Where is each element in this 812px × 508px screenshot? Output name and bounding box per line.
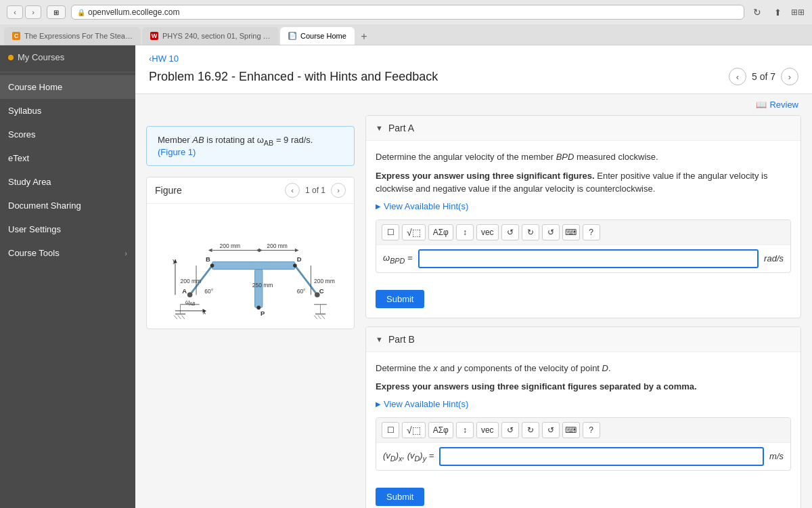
svg-line-3: [174, 315, 177, 319]
svg-line-5: [181, 315, 185, 319]
hw-back-link[interactable]: ‹HW 10: [149, 54, 798, 64]
svg-text:200 mm: 200 mm: [267, 242, 288, 249]
toolbar-redo-button[interactable]: ↻: [522, 224, 539, 240]
tab-coursehome[interactable]: 📄 Course Home: [280, 27, 355, 45]
tab-coursehome-label: Course Home: [300, 32, 346, 40]
part-a-body: Determine the angular velocity of the me…: [366, 141, 800, 318]
sidebar-item-course-tools-label: Course Tools: [8, 248, 60, 258]
main-layout: My Courses Course Home Syllabus Scores e…: [0, 45, 812, 508]
toolbar-b-refresh-button[interactable]: ↺: [542, 422, 560, 438]
svg-text:AB: AB: [189, 301, 196, 306]
part-b-submit-button[interactable]: Submit: [376, 488, 424, 506]
url-text: openvellum.ecollege.com: [88, 7, 179, 17]
figure-next-button[interactable]: ›: [331, 183, 346, 198]
sidebar-item-scores-label: Scores: [8, 129, 35, 140]
part-b-answer-label: (vD)x, (vD)y =: [383, 450, 434, 463]
toolbar-b-checkbox-icon[interactable]: ☐: [382, 422, 399, 438]
part-a-hint-link[interactable]: ▶ View Available Hint(s): [376, 201, 791, 211]
sidebar-item-study-area[interactable]: Study Area: [0, 170, 135, 194]
address-bar[interactable]: 🔒 openvellum.ecollege.com: [71, 5, 744, 20]
sidebar-item-user-settings-label: User Settings: [8, 224, 61, 234]
part-b-answer-input[interactable]: [439, 447, 764, 466]
sidebar-item-course-home[interactable]: Course Home: [0, 75, 135, 99]
toolbar-b-asigma-button[interactable]: AΣφ: [428, 422, 453, 438]
review-link[interactable]: 📖 Review: [756, 100, 798, 110]
problem-title: Problem 16.92 - Enhanced - with Hints an…: [149, 70, 438, 84]
back-button[interactable]: ‹: [7, 5, 23, 19]
part-b-answer-box: ☐ √⬚ AΣφ ↕ vec ↺ ↻ ↺ ⌨ ?: [376, 417, 791, 471]
figure-prev-button[interactable]: ‹: [285, 183, 300, 198]
part-a-answer-label: ωBPD =: [383, 253, 413, 265]
svg-line-9: [314, 315, 317, 319]
svg-point-35: [256, 305, 261, 310]
figure-link[interactable]: (Figure 1): [158, 147, 196, 157]
toolbar-b-keyboard-button[interactable]: ⌨: [562, 422, 580, 438]
share-button[interactable]: ⬆: [770, 5, 785, 19]
sidebar-my-courses: My Courses: [0, 45, 135, 69]
toolbar-checkbox-icon[interactable]: ☐: [382, 224, 399, 240]
svg-text:C: C: [319, 287, 324, 295]
browser-toolbar: ‹ › ⊞ 🔒 openvellum.ecollege.com ↻ ⬆ ⊞⊞: [0, 0, 812, 24]
part-b-title: Part B: [388, 334, 415, 345]
part-a-toolbar: ☐ √⬚ AΣφ ↕ vec ↺ ↻ ↺ ⌨ ?: [376, 220, 790, 245]
sidebar-item-document-sharing-label: Document Sharing: [8, 200, 81, 211]
problem-next-button[interactable]: ›: [781, 68, 798, 85]
part-b-hint-link[interactable]: ▶ View Available Hint(s): [376, 399, 791, 409]
member-desc-text: Member AB is rotating at ωAB = 9 rad/s. …: [158, 135, 313, 157]
toolbar-refresh-button[interactable]: ↺: [542, 224, 560, 240]
part-b-header[interactable]: ▼ Part B: [366, 327, 800, 352]
sidebar-item-etext[interactable]: eText: [0, 146, 135, 170]
sidebar-item-etext-label: eText: [8, 153, 29, 163]
forward-button[interactable]: ›: [25, 5, 41, 19]
part-a-input-row: ωBPD = rad/s: [376, 245, 790, 272]
toolbar-b-redo-button[interactable]: ↻: [522, 422, 539, 438]
part-a-desc2: Express your answer using three signific…: [376, 169, 791, 196]
toolbar-b-undo-button[interactable]: ↺: [501, 422, 519, 438]
part-a-header[interactable]: ▼ Part A: [366, 116, 800, 141]
toolbar-keyboard-button[interactable]: ⌨: [562, 224, 580, 240]
chegg-favicon: C: [12, 32, 20, 40]
part-b-toolbar: ☐ √⬚ AΣφ ↕ vec ↺ ↻ ↺ ⌨ ?: [376, 418, 790, 443]
tab-chegg[interactable]: C The Expressions For The Steady-state V…: [4, 27, 141, 45]
sidebar-item-syllabus[interactable]: Syllabus: [0, 99, 135, 123]
tab-chegg-label: The Expressions For The Steady-state Vol…: [24, 32, 133, 40]
svg-point-31: [210, 263, 215, 268]
part-b-desc1: Determine the x and y components of the …: [376, 362, 791, 375]
review-label: Review: [769, 100, 798, 110]
toolbar-asigma-button[interactable]: AΣφ: [428, 224, 453, 240]
figure-header: Figure ‹ 1 of 1 ›: [147, 177, 354, 204]
extensions-button[interactable]: ⊞⊞: [790, 5, 805, 19]
sidebar: My Courses Course Home Syllabus Scores e…: [0, 45, 135, 508]
view-mode-button[interactable]: ⊞: [47, 5, 66, 19]
toolbar-undo-button[interactable]: ↺: [501, 224, 519, 240]
sidebar-item-document-sharing[interactable]: Document Sharing: [0, 194, 135, 217]
new-tab-button[interactable]: +: [356, 28, 372, 45]
part-b-unit: m/s: [769, 451, 784, 461]
left-panel: Member AB is rotating at ωAB = 9 rad/s. …: [135, 115, 365, 508]
svg-marker-21: [256, 248, 260, 252]
part-a-section: ▼ Part A Determine the angular velocity …: [365, 115, 801, 318]
tab-webassign[interactable]: W PHYS 240, section 01, Spring 2022 – Ho…: [142, 27, 279, 45]
sidebar-item-course-tools[interactable]: Course Tools ›: [0, 241, 135, 265]
part-a-submit-button[interactable]: Submit: [376, 290, 424, 308]
sidebar-item-user-settings[interactable]: User Settings: [0, 217, 135, 241]
svg-text:60°: 60°: [204, 287, 213, 294]
content-area: ‹HW 10 Problem 16.92 - Enhanced - with H…: [135, 45, 812, 508]
toolbar-sqrt-button[interactable]: √⬚: [402, 224, 426, 240]
part-a-answer-box: ☐ √⬚ AΣφ ↕ vec ↺ ↻ ↺ ⌨ ?: [376, 219, 791, 273]
toolbar-vec-button[interactable]: vec: [476, 224, 499, 240]
toolbar-updown-button[interactable]: ↕: [456, 224, 474, 240]
part-a-answer-input[interactable]: [418, 249, 759, 268]
toolbar-b-sqrt-button[interactable]: √⬚: [402, 422, 426, 438]
toolbar-b-updown-button[interactable]: ↕: [456, 422, 474, 438]
problem-prev-button[interactable]: ‹: [729, 68, 746, 85]
reload-button[interactable]: ↻: [750, 5, 765, 19]
svg-marker-22: [295, 248, 299, 252]
svg-marker-17: [208, 248, 212, 252]
svg-rect-12: [212, 261, 295, 269]
toolbar-b-help-button[interactable]: ?: [583, 422, 600, 438]
toolbar-help-button[interactable]: ?: [583, 224, 600, 240]
toolbar-b-vec-button[interactable]: vec: [476, 422, 499, 438]
figure-box: Figure ‹ 1 of 1 ›: [146, 177, 355, 329]
sidebar-item-scores[interactable]: Scores: [0, 123, 135, 146]
